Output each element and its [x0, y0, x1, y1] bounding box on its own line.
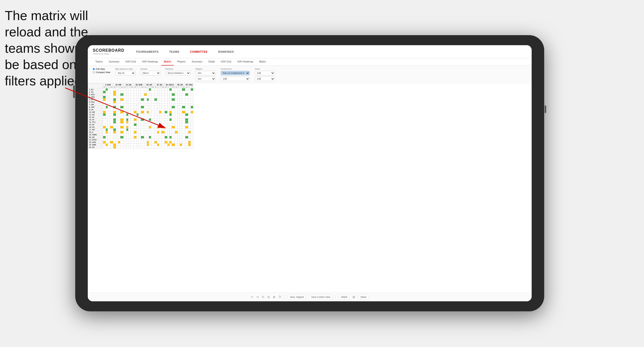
- undo-icon[interactable]: ↩: [251, 295, 253, 299]
- zoom-in-icon[interactable]: ⊕: [273, 295, 275, 299]
- svg-line-1: [65, 88, 166, 128]
- matrix-cell: [182, 124, 185, 126]
- tab-matrix2[interactable]: Matrix: [257, 58, 269, 66]
- matrix-cell: [182, 141, 185, 144]
- matrix-cell: [106, 146, 108, 149]
- matrix-cell: [191, 124, 193, 126]
- team-select[interactable]: (All): [255, 71, 275, 75]
- tablet-frame: SCOREBOARD Powered by clippd TOURNAMENTS…: [75, 35, 544, 311]
- matrix-cell: [120, 146, 124, 149]
- matrix-cell: [185, 124, 188, 126]
- full-view-radio[interactable]: Full View: [93, 68, 110, 70]
- nav-committee[interactable]: COMMITTEE: [188, 49, 209, 54]
- matrix-cell: [170, 141, 172, 144]
- matrix-cell: [191, 136, 193, 139]
- logo-sub: Powered by clippd: [93, 53, 124, 55]
- gender-select[interactable]: Men's Women's: [140, 71, 160, 75]
- matrix-cell: [108, 139, 110, 141]
- nav-teams[interactable]: TEAMS: [168, 49, 181, 54]
- matrix-cell: [126, 139, 128, 141]
- matrix-cell: [188, 141, 191, 144]
- matrix-cell: [120, 139, 124, 141]
- matrix-cell: [182, 136, 185, 139]
- max-teams-select[interactable]: Top 25 Top 10 All: [115, 71, 135, 75]
- matrix-cell: [149, 141, 151, 144]
- matrix-cell: [120, 141, 124, 144]
- conference-select[interactable]: Pac-12 Conference ▾ (All): [221, 71, 250, 75]
- matrix-cell: [182, 106, 185, 108]
- matrix-cell: [159, 144, 162, 146]
- matrix-cell: [185, 93, 188, 96]
- view-original-btn[interactable]: View: Original: [288, 295, 306, 299]
- clock-icon[interactable]: ⏱: [278, 295, 281, 299]
- division-select[interactable]: NCAA Division I NCAA Division II NCAA Di…: [166, 71, 191, 75]
- matrix-cell: [188, 96, 191, 98]
- share-btn[interactable]: Share: [358, 295, 369, 299]
- matrix-cell: [180, 146, 182, 149]
- region-label: Region: [196, 68, 216, 70]
- matrix-cell: [167, 141, 170, 144]
- team-group: Team (All) (All): [255, 68, 275, 81]
- matrix-cell: [149, 146, 151, 149]
- zoom-out-icon[interactable]: ⊖: [267, 295, 270, 299]
- tab-h2h-grid1[interactable]: H2H Grid: [123, 58, 138, 66]
- matrix-cell: [113, 146, 116, 149]
- matrix-cell: [116, 139, 118, 141]
- redo-icon[interactable]: ↪: [256, 295, 259, 299]
- matrix-cell: [185, 98, 188, 101]
- compact-view-radio[interactable]: Compact View: [93, 71, 110, 74]
- matrix-cell: [170, 144, 172, 146]
- region-select[interactable]: N/A (All): [196, 71, 216, 75]
- tab-summary2[interactable]: Summary: [189, 58, 205, 66]
- matrix-cell: [185, 103, 188, 106]
- matrix-cell: [167, 144, 170, 146]
- matrix-cell: [191, 98, 193, 101]
- matrix-cell: [144, 141, 147, 144]
- matrix-cell: [139, 146, 141, 149]
- matrix-cell: [180, 144, 182, 146]
- team-select2[interactable]: (All): [255, 77, 275, 81]
- matrix-cell: [175, 144, 178, 146]
- tab-h2h-heatmap2[interactable]: H2H Heatmap: [235, 58, 256, 66]
- matrix-cell: [110, 144, 113, 146]
- tab-players[interactable]: Players: [175, 58, 188, 66]
- matrix-cell: [188, 136, 191, 139]
- tab-matrix1[interactable]: Matrix: [161, 58, 174, 66]
- matrix-cell: [191, 131, 193, 134]
- matrix-cell: [165, 144, 168, 146]
- compact-view-label: Compact View: [96, 71, 110, 74]
- share-icon-btn[interactable]: ⊞: [353, 295, 355, 299]
- matrix-cell: [151, 141, 154, 144]
- tab-h2h-grid2[interactable]: H2H Grid: [218, 58, 234, 66]
- matrix-cell: [118, 146, 120, 149]
- matrix-cell: [108, 146, 110, 149]
- matrix-cell: [185, 119, 188, 121]
- row-label: 23. UNM: [88, 144, 103, 146]
- matrix-cell: [188, 103, 191, 106]
- tab-detail[interactable]: Detail: [206, 58, 217, 66]
- matrix-cell: [185, 101, 188, 103]
- matrix-cell: [175, 141, 178, 144]
- matrix-cell: [149, 144, 151, 146]
- matrix-cell: [159, 139, 162, 141]
- conference-select2[interactable]: (All): [221, 77, 250, 81]
- region-select2[interactable]: N/A: [196, 77, 216, 81]
- matrix-cell: [131, 144, 134, 146]
- matrix-cell: [182, 113, 185, 116]
- matrix-cell: [128, 144, 131, 146]
- tab-summary1[interactable]: Summary: [106, 58, 122, 66]
- refresh-icon[interactable]: ↻: [262, 295, 264, 299]
- uu-dif: Dif: [182, 86, 185, 88]
- matrix-cell: [191, 116, 193, 119]
- matrix-cell: [191, 113, 193, 116]
- tab-teams[interactable]: Teams: [93, 58, 105, 66]
- save-custom-btn[interactable]: Save Custom View: [309, 295, 333, 299]
- nav-rankings[interactable]: RANKINGS: [217, 49, 235, 54]
- nav-tournaments[interactable]: TOURNAMENTS: [134, 49, 160, 54]
- matrix-cell: [185, 108, 188, 111]
- matrix-cell: [103, 141, 106, 144]
- watch-btn[interactable]: Watch: [339, 295, 350, 299]
- matrix-cell: [134, 144, 137, 146]
- matrix-cell: [106, 141, 108, 144]
- tab-h2h-heatmap1[interactable]: H2H Heatmap: [139, 58, 160, 66]
